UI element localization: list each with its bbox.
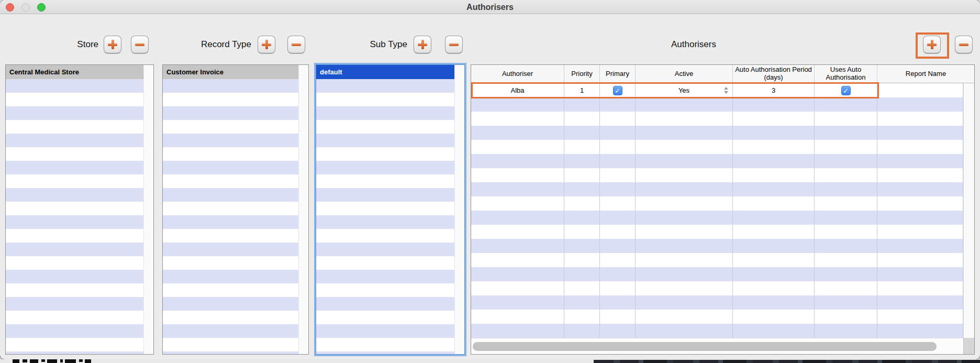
list-empty-row[interactable]: [6, 270, 153, 283]
record-type-list[interactable]: Customer Invoice: [162, 64, 309, 355]
list-empty-row[interactable]: [6, 229, 153, 243]
list-empty-row[interactable]: [163, 229, 308, 243]
list-empty-row[interactable]: [316, 338, 464, 351]
table-empty-row[interactable]: [471, 154, 963, 168]
list-empty-row[interactable]: [6, 215, 153, 229]
list-empty-row[interactable]: [6, 188, 153, 202]
table-empty-row[interactable]: [471, 267, 963, 281]
list-empty-row[interactable]: [6, 297, 153, 311]
list-empty-row[interactable]: [316, 106, 464, 120]
table-empty-row[interactable]: [471, 168, 963, 182]
list-empty-row[interactable]: [316, 243, 464, 256]
record-type-remove-button[interactable]: [287, 36, 305, 53]
table-empty-row[interactable]: [471, 211, 963, 225]
list-empty-row[interactable]: [316, 120, 464, 134]
list-empty-row[interactable]: [6, 120, 153, 134]
list-empty-row[interactable]: [6, 351, 153, 355]
list-empty-row[interactable]: [6, 79, 153, 93]
list-empty-row[interactable]: [163, 256, 308, 270]
list-item[interactable]: Central Medical Store: [6, 65, 153, 79]
store-list-scrollbar[interactable]: [143, 65, 153, 354]
list-empty-row[interactable]: [163, 270, 308, 283]
list-empty-row[interactable]: [6, 202, 153, 215]
table-empty-row[interactable]: [471, 281, 963, 295]
list-empty-row[interactable]: [316, 147, 464, 161]
table-empty-row[interactable]: [471, 253, 963, 267]
sub-type-list[interactable]: default: [316, 64, 465, 355]
table-empty-row[interactable]: [471, 310, 963, 324]
list-empty-row[interactable]: [6, 174, 153, 188]
list-empty-row[interactable]: [6, 106, 153, 120]
list-empty-row[interactable]: [6, 93, 153, 106]
list-empty-row[interactable]: [163, 134, 308, 147]
list-empty-row[interactable]: [163, 120, 308, 134]
sub-type-list-scrollbar[interactable]: [454, 65, 464, 354]
list-item[interactable]: Customer Invoice: [163, 65, 308, 79]
list-empty-row[interactable]: [163, 93, 308, 106]
list-empty-row[interactable]: [163, 161, 308, 174]
list-empty-row[interactable]: [163, 297, 308, 311]
list-empty-row[interactable]: [316, 161, 464, 174]
list-empty-row[interactable]: [316, 202, 464, 215]
store-add-button[interactable]: [104, 36, 121, 53]
table-empty-row[interactable]: [471, 196, 963, 211]
list-empty-row[interactable]: [6, 324, 153, 338]
list-empty-row[interactable]: [316, 229, 464, 243]
list-empty-row[interactable]: [316, 134, 464, 147]
list-empty-row[interactable]: [316, 215, 464, 229]
list-empty-row[interactable]: [163, 106, 308, 120]
list-empty-row[interactable]: [316, 93, 464, 106]
primary-cell[interactable]: ✓: [600, 83, 636, 97]
table-empty-row[interactable]: [471, 97, 963, 112]
horizontal-scrollbar-thumb[interactable]: [473, 342, 937, 351]
record-type-list-scrollbar[interactable]: [298, 65, 308, 354]
list-item[interactable]: default: [316, 65, 464, 79]
active-stepper[interactable]: [724, 87, 729, 94]
sub-type-remove-button[interactable]: [445, 36, 463, 53]
list-empty-row[interactable]: [316, 270, 464, 283]
list-empty-row[interactable]: [316, 256, 464, 270]
list-empty-row[interactable]: [316, 324, 464, 338]
uses-auto-authorisation-cell[interactable]: ✓: [815, 83, 877, 97]
list-empty-row[interactable]: [163, 351, 308, 355]
list-empty-row[interactable]: [163, 174, 308, 188]
list-empty-row[interactable]: [316, 311, 464, 324]
list-empty-row[interactable]: [316, 297, 464, 311]
list-empty-row[interactable]: [6, 243, 153, 256]
auto-authorisation-period-cell[interactable]: 3: [733, 83, 815, 97]
table-empty-row[interactable]: [471, 182, 963, 196]
checkbox-icon[interactable]: ✓: [841, 86, 851, 95]
list-empty-row[interactable]: [163, 311, 308, 324]
column-header-priority[interactable]: Priority: [564, 65, 600, 83]
list-empty-row[interactable]: [316, 79, 464, 93]
table-empty-row[interactable]: [471, 239, 963, 253]
list-empty-row[interactable]: [163, 324, 308, 338]
table-empty-row[interactable]: [471, 324, 963, 338]
table-empty-row[interactable]: [471, 140, 963, 154]
list-empty-row[interactable]: [6, 311, 153, 324]
list-empty-row[interactable]: [6, 147, 153, 161]
sub-type-add-button[interactable]: [414, 36, 431, 53]
active-cell[interactable]: Yes: [636, 83, 733, 97]
list-empty-row[interactable]: [6, 256, 153, 270]
list-empty-row[interactable]: [316, 188, 464, 202]
list-empty-row[interactable]: [163, 147, 308, 161]
record-type-add-button[interactable]: [258, 36, 275, 53]
list-empty-row[interactable]: [6, 161, 153, 174]
table-empty-row[interactable]: [471, 126, 963, 140]
list-empty-row[interactable]: [163, 338, 308, 351]
store-remove-button[interactable]: [131, 36, 149, 53]
column-header-authoriser[interactable]: Authoriser: [471, 65, 564, 83]
authoriser-remove-button[interactable]: [955, 36, 973, 53]
list-empty-row[interactable]: [316, 351, 464, 355]
table-empty-row[interactable]: [471, 225, 963, 239]
column-header-primary[interactable]: Primary: [600, 65, 636, 83]
column-header-auto-authorisation-period[interactable]: Auto Authorisation Period (days): [733, 65, 815, 83]
list-empty-row[interactable]: [163, 79, 308, 93]
authoriser-cell[interactable]: Alba: [471, 83, 564, 97]
list-empty-row[interactable]: [163, 188, 308, 202]
table-vertical-scrollbar[interactable]: [963, 83, 974, 338]
report-name-cell[interactable]: [877, 83, 963, 97]
list-empty-row[interactable]: [163, 283, 308, 297]
table-empty-row[interactable]: [471, 112, 963, 126]
